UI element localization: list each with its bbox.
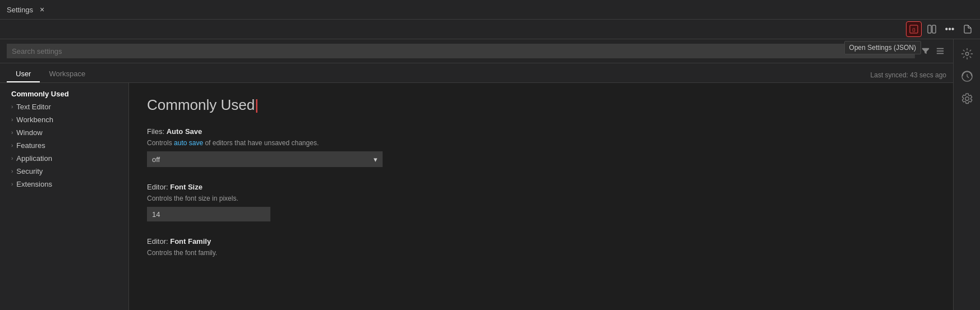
search-bar (0, 39, 953, 63)
search-icons (919, 45, 946, 57)
tab-workspace[interactable]: Workspace (40, 66, 94, 82)
tabs-bar: User Workspace Last synced: 43 secs ago (0, 63, 953, 83)
files-auto-save-select[interactable]: off ▾ (147, 151, 383, 167)
more-actions-icon: ••• (945, 24, 955, 34)
svg-rect-6 (937, 53, 944, 54)
activity-remote-icon[interactable] (957, 66, 977, 86)
setting-description-files-auto-save: Controls auto save of editors that have … (147, 139, 935, 147)
svg-rect-5 (937, 50, 944, 52)
chevron-icon: › (11, 181, 13, 187)
sync-info: Last synced: 43 secs ago (871, 71, 946, 82)
select-chevron-icon: ▾ (374, 155, 378, 164)
search-input[interactable] (7, 44, 915, 58)
chevron-icon: › (11, 104, 13, 110)
setting-files-auto-save: Files: Auto Save Controls auto save of e… (147, 127, 935, 167)
sidebar-item-features[interactable]: › Features (0, 139, 128, 152)
sidebar-item-label: Features (16, 141, 45, 150)
sidebar-item-label: Application (16, 154, 52, 163)
main-layout: User Workspace Last synced: 43 secs ago … (0, 39, 980, 310)
title-bar: Settings × (0, 0, 980, 20)
setting-description-editor-font-family: Controls the font family. (147, 249, 935, 257)
sidebar-item-extensions[interactable]: › Extensions (0, 178, 128, 191)
sidebar-item-label: Text Editor (16, 103, 50, 111)
chevron-icon: › (11, 142, 13, 149)
tab-user[interactable]: User (7, 66, 40, 82)
chevron-icon: › (11, 155, 13, 161)
group-icon-button[interactable] (934, 45, 946, 57)
tooltip-open-settings-json: Open Settings (JSON) (844, 41, 921, 54)
chevron-icon: › (11, 129, 13, 136)
editor-font-size-input[interactable] (147, 207, 270, 221)
sidebar: Commonly Used › Text Editor › Workbench … (0, 83, 129, 310)
chevron-icon: › (11, 168, 13, 174)
setting-label-editor-font-family: Editor: Font Family (147, 237, 935, 246)
svg-rect-4 (937, 48, 944, 49)
sidebar-item-commonly-used[interactable]: Commonly Used (0, 87, 128, 100)
title-bar-title: Settings (7, 6, 33, 14)
page-title: Commonly Used| (147, 96, 935, 114)
svg-text:{}: {} (912, 27, 915, 32)
sidebar-item-workbench[interactable]: › Workbench (0, 113, 128, 126)
content-area: Commonly Used › Text Editor › Workbench … (0, 83, 953, 310)
sidebar-item-security[interactable]: › Security (0, 165, 128, 178)
activity-settings-icon[interactable] (957, 89, 977, 109)
tabs-left: User Workspace (7, 66, 94, 82)
cursor-indicator: | (255, 96, 259, 113)
main-content: Commonly Used| Files: Auto Save Controls… (129, 83, 953, 310)
sidebar-item-label: Extensions (16, 180, 52, 188)
setting-label-editor-font-size: Editor: Font Size (147, 183, 935, 191)
svg-rect-2 (928, 25, 931, 33)
chevron-icon: › (11, 117, 13, 123)
activity-extensions-icon[interactable] (957, 44, 977, 64)
new-file-button[interactable] (960, 21, 976, 37)
more-actions-button[interactable]: ••• (942, 21, 958, 37)
filter-icon-button[interactable] (919, 45, 932, 57)
setting-label-files-auto-save: Files: Auto Save (147, 127, 935, 136)
sidebar-item-window[interactable]: › Window (0, 126, 128, 139)
svg-point-7 (965, 52, 969, 55)
sidebar-item-application[interactable]: › Application (0, 152, 128, 165)
activity-bar (953, 39, 980, 310)
sidebar-item-label: Security (16, 167, 43, 175)
sidebar-item-label: Commonly Used (11, 90, 69, 98)
title-bar-close-button[interactable]: × (38, 5, 47, 14)
settings-panel: User Workspace Last synced: 43 secs ago … (0, 39, 953, 310)
sidebar-item-text-editor[interactable]: › Text Editor (0, 100, 128, 113)
setting-editor-font-size: Editor: Font Size Controls the font size… (147, 183, 935, 221)
toolbar: {} Open Settings (JSON) ••• (0, 20, 980, 39)
sidebar-item-label: Window (16, 128, 42, 137)
setting-editor-font-family: Editor: Font Family Controls the font fa… (147, 237, 935, 257)
auto-save-link[interactable]: auto save (174, 139, 203, 147)
svg-rect-3 (932, 25, 936, 33)
setting-description-editor-font-size: Controls the font size in pixels. (147, 195, 935, 202)
sidebar-item-label: Workbench (16, 115, 53, 124)
open-settings-json-button[interactable]: {} Open Settings (JSON) (906, 21, 922, 37)
split-editor-button[interactable] (924, 21, 940, 37)
